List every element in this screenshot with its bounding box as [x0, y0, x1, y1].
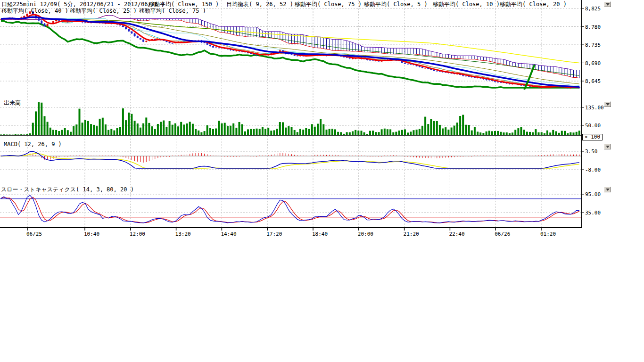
- volume-panel-label: 出来高: [4, 99, 21, 107]
- volume-scale-dropdown-button[interactable]: [604, 101, 611, 107]
- stoch-scale-dropdown-button[interactable]: [604, 187, 611, 192]
- price-scale-dropdown-button[interactable]: [604, 1, 611, 7]
- volume-multiplier-badge: × 100: [582, 134, 603, 140]
- chart-canvas[interactable]: [0, 0, 644, 245]
- chevron-down-icon: [606, 146, 610, 148]
- chevron-down-icon: [606, 103, 610, 106]
- chevron-down-icon: [606, 189, 610, 191]
- stoch-panel-label: スロー・ストキャスティクス( 14, 3, 80, 20 ): [1, 186, 134, 194]
- chart-window: 日経225mini 12/09( 5分, 2012/06/21 - 2012/0…: [0, 0, 644, 362]
- macd-panel-label: MACD( 12, 26, 9 ): [4, 141, 62, 148]
- macd-scale-dropdown-button[interactable]: [604, 144, 611, 149]
- chevron-down-icon: [606, 3, 610, 6]
